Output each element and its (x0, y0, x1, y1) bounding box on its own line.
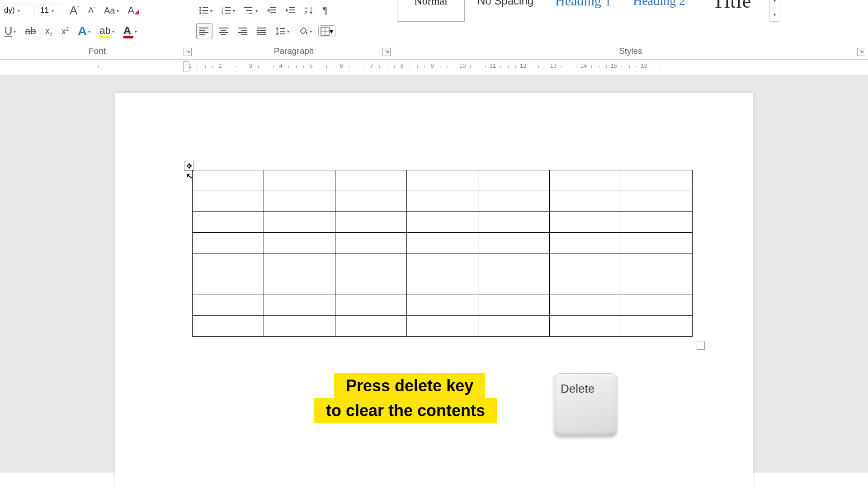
clear-formatting-button[interactable]: A◢ (125, 2, 142, 19)
align-center-button[interactable] (216, 23, 231, 39)
table-cell[interactable] (621, 316, 693, 337)
document-table[interactable] (192, 170, 693, 337)
style-normal[interactable]: Normal (397, 0, 465, 22)
strikethrough-button[interactable]: ab (22, 23, 38, 39)
superscript-button[interactable]: x2 (59, 23, 71, 39)
table-cell[interactable] (264, 295, 335, 316)
numbering-button[interactable]: 123 ▾ (219, 2, 238, 19)
table-row[interactable] (193, 233, 693, 253)
table-cell[interactable] (621, 295, 693, 316)
styles-dialog-launcher[interactable]: ⇲ (857, 48, 865, 56)
style-no-spacing[interactable]: No Spacing (468, 0, 542, 22)
justify-button[interactable] (254, 23, 269, 39)
table-cell[interactable] (193, 253, 264, 274)
table-row[interactable] (193, 316, 693, 337)
sort-button[interactable]: AZ (302, 2, 316, 19)
table-cell[interactable] (478, 170, 550, 191)
table-cell[interactable] (193, 170, 264, 191)
change-case-button[interactable]: Aa▾ (101, 2, 121, 19)
table-row[interactable] (193, 212, 693, 233)
line-spacing-button[interactable]: ▾ (273, 23, 292, 39)
style-heading2[interactable]: Heading 2 (624, 0, 694, 22)
styles-scroll-down[interactable]: ▾ (770, 0, 779, 8)
table-cell[interactable] (264, 316, 335, 337)
table-cell[interactable] (550, 274, 621, 295)
horizontal-ruler[interactable]: 12345678910111213141516 (0, 60, 868, 75)
table-cell[interactable] (550, 212, 621, 233)
align-left-button[interactable] (196, 23, 212, 39)
table-cell[interactable] (335, 253, 407, 274)
table-row[interactable] (193, 170, 693, 191)
decrease-indent-button[interactable] (264, 2, 279, 19)
style-title[interactable]: Title (698, 0, 766, 22)
table-cell[interactable] (478, 233, 550, 253)
shading-button[interactable]: ▾ (296, 23, 315, 39)
table-cell[interactable] (193, 212, 264, 233)
table-cell[interactable] (335, 316, 407, 337)
table-cell[interactable] (407, 274, 478, 295)
table-cell[interactable] (621, 212, 693, 233)
table-cell[interactable] (407, 212, 478, 233)
table-row[interactable] (193, 274, 693, 295)
table-cell[interactable] (407, 191, 478, 212)
table-cell[interactable] (407, 170, 478, 191)
table-cell[interactable] (550, 170, 621, 191)
table-cell[interactable] (621, 274, 693, 295)
font-name-dropdown[interactable]: dy) ▾ (2, 4, 34, 17)
table-cell[interactable] (407, 233, 478, 253)
show-marks-button[interactable]: ¶ (320, 2, 331, 19)
table-cell[interactable] (550, 295, 621, 316)
multilevel-list-button[interactable]: ▾ (241, 2, 260, 19)
table-cell[interactable] (264, 170, 335, 191)
table-cell[interactable] (478, 295, 550, 316)
font-size-dropdown[interactable]: 11 ▾ (38, 4, 63, 17)
table-row[interactable] (193, 295, 693, 316)
table-cell[interactable] (478, 274, 550, 295)
table-cell[interactable] (264, 253, 335, 274)
table-cell[interactable] (621, 191, 693, 212)
table-cell[interactable] (478, 212, 550, 233)
table-cell[interactable] (621, 253, 693, 274)
table-cell[interactable] (264, 274, 335, 295)
highlight-button[interactable]: ab▾ (97, 23, 117, 39)
table-cell[interactable] (193, 233, 264, 253)
table-resize-handle[interactable] (697, 342, 705, 350)
table-cell[interactable] (335, 212, 407, 233)
paragraph-dialog-launcher[interactable]: ⇲ (382, 48, 391, 56)
table-cell[interactable] (407, 253, 478, 274)
align-right-button[interactable] (235, 23, 250, 39)
table-cell[interactable] (193, 274, 264, 295)
table-cell[interactable] (335, 274, 407, 295)
underline-button[interactable]: U▾ (2, 23, 19, 39)
increase-indent-button[interactable] (283, 2, 298, 19)
table-cell[interactable] (193, 316, 264, 337)
table-cell[interactable] (478, 316, 550, 337)
table-cell[interactable] (478, 191, 550, 212)
table-cell[interactable] (550, 233, 621, 253)
font-color-button[interactable]: A▾ (121, 23, 140, 39)
table-cell[interactable] (193, 295, 264, 316)
table-row[interactable] (193, 191, 693, 212)
table-cell[interactable] (335, 295, 407, 316)
grow-font-button[interactable]: Aˆ (67, 2, 82, 19)
borders-button[interactable]: ▾ (318, 25, 335, 37)
subscript-button[interactable]: x2 (42, 23, 55, 39)
table-cell[interactable] (335, 233, 407, 253)
table-cell[interactable] (264, 233, 335, 253)
table-move-handle[interactable]: ✥ (184, 161, 194, 171)
table-row[interactable] (193, 253, 693, 274)
table-cell[interactable] (550, 191, 621, 212)
table-cell[interactable] (193, 191, 264, 212)
bullets-button[interactable]: ▾ (196, 2, 215, 19)
styles-expand[interactable]: ▾ (770, 8, 779, 21)
table-cell[interactable] (407, 316, 478, 337)
page[interactable]: ✥ ↖ Press delete key to clear the conten… (115, 93, 753, 488)
table-cell[interactable] (621, 233, 693, 253)
table-cell[interactable] (335, 170, 407, 191)
table-cell[interactable] (478, 253, 550, 274)
table-cell[interactable] (550, 253, 621, 274)
font-dialog-launcher[interactable]: ⇲ (184, 48, 192, 56)
styles-scrollbar[interactable]: ▴ ▾ ▾ (769, 0, 779, 22)
table-cell[interactable] (264, 191, 335, 212)
table-cell[interactable] (407, 295, 478, 316)
